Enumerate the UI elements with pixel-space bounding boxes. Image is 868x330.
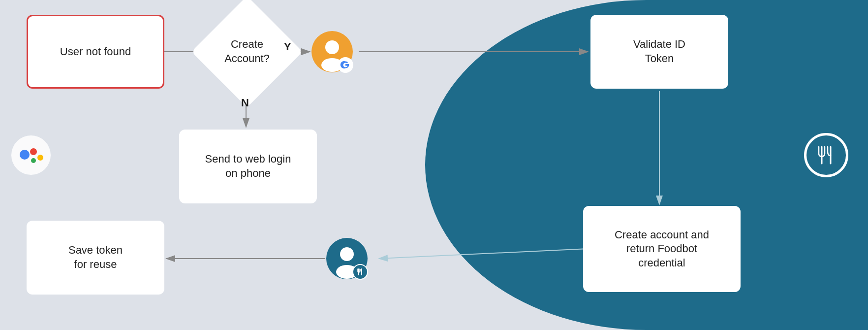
send-to-web-label: Send to web loginon phone [205, 152, 291, 180]
send-to-web-node: Send to web loginon phone [179, 130, 317, 203]
svg-point-15 [325, 40, 339, 54]
user-google-icon [310, 30, 354, 74]
user-fork-icon [325, 236, 369, 281]
create-account-label: CreateAccount? [208, 12, 286, 91]
svg-point-13 [31, 158, 36, 163]
create-account-foodbot-label: Create account andreturn Foodbotcredenti… [615, 228, 709, 270]
validate-id-node: Validate IDToken [590, 15, 728, 89]
fork-knife-decorative-icon [804, 133, 848, 177]
n-label: N [241, 97, 249, 109]
save-token-label: Save tokenfor reuse [68, 243, 123, 271]
svg-point-10 [20, 150, 30, 160]
create-account-foodbot-node: Create account andreturn Foodbotcredenti… [583, 206, 741, 292]
user-not-found-node: User not found [27, 15, 164, 89]
svg-point-12 [37, 155, 43, 161]
save-token-node: Save tokenfor reuse [27, 221, 164, 295]
svg-point-11 [30, 148, 37, 155]
svg-point-18 [340, 247, 354, 261]
validate-id-label: Validate IDToken [633, 37, 685, 66]
user-not-found-label: User not found [60, 45, 131, 59]
y-label: Y [284, 40, 291, 53]
svg-point-9 [11, 135, 51, 175]
google-assistant-icon [9, 133, 53, 177]
